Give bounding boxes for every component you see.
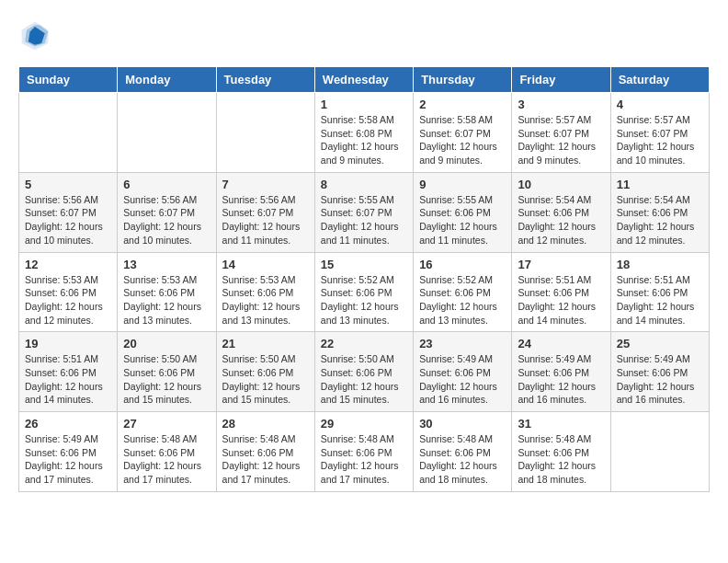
day-number: 13 <box>123 258 210 271</box>
day-number: 12 <box>25 258 111 271</box>
day-number: 21 <box>222 337 309 350</box>
calendar-cell <box>19 93 118 173</box>
day-info: Sunrise: 5:58 AM Sunset: 6:07 PM Dayligh… <box>419 113 506 167</box>
calendar-cell: 6Sunrise: 5:56 AM Sunset: 6:07 PM Daylig… <box>118 172 216 252</box>
day-number: 16 <box>419 258 506 271</box>
calendar-cell: 24Sunrise: 5:49 AM Sunset: 6:06 PM Dayli… <box>512 332 610 412</box>
calendar-cell: 20Sunrise: 5:50 AM Sunset: 6:06 PM Dayli… <box>118 332 216 412</box>
calendar-cell: 5Sunrise: 5:56 AM Sunset: 6:07 PM Daylig… <box>19 172 118 252</box>
day-number: 1 <box>321 98 407 111</box>
calendar-header-friday: Friday <box>512 67 610 93</box>
calendar-cell: 9Sunrise: 5:55 AM Sunset: 6:06 PM Daylig… <box>414 172 512 252</box>
calendar-cell: 12Sunrise: 5:53 AM Sunset: 6:06 PM Dayli… <box>19 252 118 332</box>
day-info: Sunrise: 5:57 AM Sunset: 6:07 PM Dayligh… <box>518 113 604 167</box>
calendar-cell <box>118 93 216 173</box>
day-number: 29 <box>321 417 407 431</box>
day-info: Sunrise: 5:49 AM Sunset: 6:06 PM Dayligh… <box>419 352 506 407</box>
calendar-cell: 18Sunrise: 5:51 AM Sunset: 6:06 PM Dayli… <box>610 252 709 332</box>
calendar-table: SundayMondayTuesdayWednesdayThursdayFrid… <box>18 66 710 492</box>
day-info: Sunrise: 5:51 AM Sunset: 6:06 PM Dayligh… <box>25 352 111 407</box>
calendar-week-row: 12Sunrise: 5:53 AM Sunset: 6:06 PM Dayli… <box>19 252 710 332</box>
day-number: 10 <box>518 178 604 191</box>
calendar-cell: 4Sunrise: 5:57 AM Sunset: 6:07 PM Daylig… <box>610 93 709 173</box>
day-info: Sunrise: 5:48 AM Sunset: 6:06 PM Dayligh… <box>222 432 309 487</box>
day-number: 25 <box>617 337 703 350</box>
day-info: Sunrise: 5:50 AM Sunset: 6:06 PM Dayligh… <box>123 352 210 407</box>
calendar-cell: 17Sunrise: 5:51 AM Sunset: 6:06 PM Dayli… <box>512 252 610 332</box>
day-number: 14 <box>222 258 309 271</box>
day-info: Sunrise: 5:55 AM Sunset: 6:06 PM Dayligh… <box>419 193 506 247</box>
day-number: 11 <box>617 178 703 191</box>
calendar-header-row: SundayMondayTuesdayWednesdayThursdayFrid… <box>19 67 710 93</box>
day-info: Sunrise: 5:53 AM Sunset: 6:06 PM Dayligh… <box>25 273 111 327</box>
day-info: Sunrise: 5:51 AM Sunset: 6:06 PM Dayligh… <box>518 273 604 327</box>
day-info: Sunrise: 5:48 AM Sunset: 6:06 PM Dayligh… <box>419 432 506 487</box>
calendar-cell: 13Sunrise: 5:53 AM Sunset: 6:06 PM Dayli… <box>118 252 216 332</box>
calendar-cell: 10Sunrise: 5:54 AM Sunset: 6:06 PM Dayli… <box>512 172 610 252</box>
day-number: 23 <box>419 337 506 350</box>
calendar-cell: 23Sunrise: 5:49 AM Sunset: 6:06 PM Dayli… <box>414 332 512 412</box>
calendar-header-saturday: Saturday <box>610 67 709 93</box>
day-number: 24 <box>518 337 604 350</box>
day-number: 4 <box>617 98 703 111</box>
day-number: 6 <box>123 178 210 191</box>
day-info: Sunrise: 5:51 AM Sunset: 6:06 PM Dayligh… <box>617 273 703 327</box>
calendar-header-sunday: Sunday <box>19 67 118 93</box>
day-number: 3 <box>518 98 604 111</box>
calendar-cell: 22Sunrise: 5:50 AM Sunset: 6:06 PM Dayli… <box>314 332 413 412</box>
day-info: Sunrise: 5:56 AM Sunset: 6:07 PM Dayligh… <box>123 193 210 247</box>
calendar-header-wednesday: Wednesday <box>314 67 413 93</box>
calendar-header-monday: Monday <box>118 67 216 93</box>
calendar-cell: 16Sunrise: 5:52 AM Sunset: 6:06 PM Dayli… <box>414 252 512 332</box>
day-number: 15 <box>321 258 407 271</box>
day-info: Sunrise: 5:50 AM Sunset: 6:06 PM Dayligh… <box>321 352 407 407</box>
day-number: 17 <box>518 258 604 271</box>
day-number: 19 <box>25 337 111 350</box>
day-info: Sunrise: 5:56 AM Sunset: 6:07 PM Dayligh… <box>222 193 309 247</box>
calendar-cell: 25Sunrise: 5:49 AM Sunset: 6:06 PM Dayli… <box>610 332 709 412</box>
day-info: Sunrise: 5:50 AM Sunset: 6:06 PM Dayligh… <box>222 352 309 407</box>
calendar-cell: 3Sunrise: 5:57 AM Sunset: 6:07 PM Daylig… <box>512 93 610 173</box>
calendar-cell: 28Sunrise: 5:48 AM Sunset: 6:06 PM Dayli… <box>216 412 314 492</box>
day-info: Sunrise: 5:54 AM Sunset: 6:06 PM Dayligh… <box>518 193 604 247</box>
logo <box>18 18 55 52</box>
day-info: Sunrise: 5:48 AM Sunset: 6:06 PM Dayligh… <box>123 432 210 487</box>
day-number: 26 <box>25 417 111 431</box>
day-number: 22 <box>321 337 407 350</box>
calendar-cell: 21Sunrise: 5:50 AM Sunset: 6:06 PM Dayli… <box>216 332 314 412</box>
calendar-week-row: 1Sunrise: 5:58 AM Sunset: 6:08 PM Daylig… <box>19 93 710 173</box>
day-number: 18 <box>617 258 703 271</box>
day-info: Sunrise: 5:48 AM Sunset: 6:06 PM Dayligh… <box>321 432 407 487</box>
day-number: 9 <box>419 178 506 191</box>
day-number: 5 <box>25 178 111 191</box>
day-info: Sunrise: 5:55 AM Sunset: 6:07 PM Dayligh… <box>321 193 407 247</box>
day-info: Sunrise: 5:54 AM Sunset: 6:06 PM Dayligh… <box>617 193 703 247</box>
day-info: Sunrise: 5:57 AM Sunset: 6:07 PM Dayligh… <box>617 113 703 167</box>
calendar-header-tuesday: Tuesday <box>216 67 314 93</box>
day-info: Sunrise: 5:53 AM Sunset: 6:06 PM Dayligh… <box>123 273 210 327</box>
calendar-cell: 29Sunrise: 5:48 AM Sunset: 6:06 PM Dayli… <box>314 412 413 492</box>
day-number: 27 <box>123 417 210 431</box>
calendar-cell: 1Sunrise: 5:58 AM Sunset: 6:08 PM Daylig… <box>314 93 413 173</box>
day-info: Sunrise: 5:52 AM Sunset: 6:06 PM Dayligh… <box>321 273 407 327</box>
page-header <box>18 18 710 52</box>
calendar-cell: 26Sunrise: 5:49 AM Sunset: 6:06 PM Dayli… <box>19 412 118 492</box>
day-number: 20 <box>123 337 210 350</box>
day-info: Sunrise: 5:58 AM Sunset: 6:08 PM Dayligh… <box>321 113 407 167</box>
day-number: 30 <box>419 417 506 431</box>
day-info: Sunrise: 5:56 AM Sunset: 6:07 PM Dayligh… <box>25 193 111 247</box>
calendar-header-thursday: Thursday <box>414 67 512 93</box>
day-info: Sunrise: 5:52 AM Sunset: 6:06 PM Dayligh… <box>419 273 506 327</box>
calendar-cell <box>610 412 709 492</box>
logo-icon <box>18 18 51 52</box>
day-info: Sunrise: 5:49 AM Sunset: 6:06 PM Dayligh… <box>25 432 111 487</box>
calendar-week-row: 19Sunrise: 5:51 AM Sunset: 6:06 PM Dayli… <box>19 332 710 412</box>
day-number: 7 <box>222 178 309 191</box>
day-info: Sunrise: 5:48 AM Sunset: 6:06 PM Dayligh… <box>518 432 604 487</box>
calendar-cell: 19Sunrise: 5:51 AM Sunset: 6:06 PM Dayli… <box>19 332 118 412</box>
day-number: 2 <box>419 98 506 111</box>
calendar-cell: 2Sunrise: 5:58 AM Sunset: 6:07 PM Daylig… <box>414 93 512 173</box>
day-number: 28 <box>222 417 309 431</box>
calendar-cell <box>216 93 314 173</box>
calendar-cell: 30Sunrise: 5:48 AM Sunset: 6:06 PM Dayli… <box>414 412 512 492</box>
